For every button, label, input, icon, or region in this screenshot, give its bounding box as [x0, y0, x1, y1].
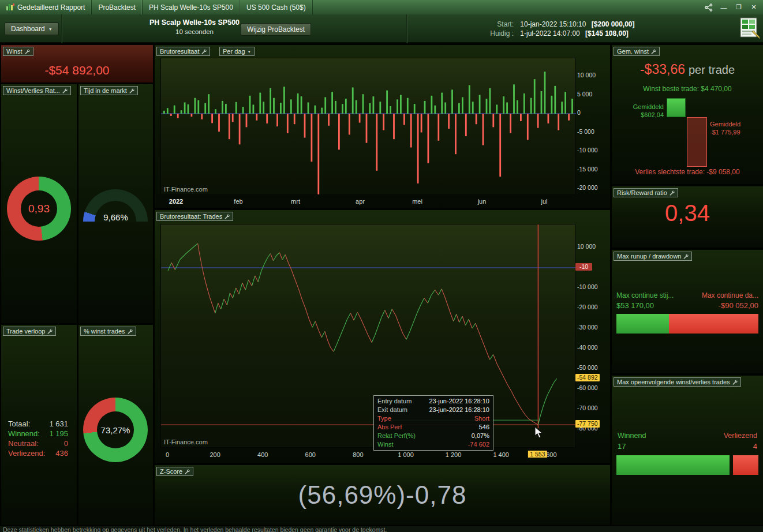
gem-winst-value: -$33,66per trade [612, 62, 763, 77]
report-icon[interactable] [740, 17, 761, 42]
axis-tick: -10 000 [577, 283, 598, 291]
axis-tick: 400 [257, 451, 268, 458]
tab-label: Gedetailleerd Rapport [17, 3, 85, 12]
wrench-icon [651, 49, 656, 54]
best-trade-label: Winst beste trade: $4 470,00 [612, 85, 763, 93]
wrench-icon [62, 88, 68, 93]
axis-tick: 1 553 [528, 451, 547, 458]
bruto-dag-xaxis: 2022febmrtaprmeijunjul [160, 196, 575, 208]
panel-max-opeenvolgende: Max opeenvolgende winst/verlies trades W… [612, 376, 763, 525]
avg-win-label: Gemiddeld$602,04 [612, 103, 664, 119]
runup-bars [616, 314, 758, 334]
wrench-icon [47, 329, 53, 334]
tab-strategy[interactable]: PH Scalp Welle-10s SP500 [143, 0, 240, 14]
panel-brutoresultaat-dag: Brutoresultaat Per dag ▼ IT-Finance.com … [155, 45, 610, 208]
panel-winst: Winst -$54 892,00 [1, 45, 153, 83]
consec-values: 174 [618, 442, 757, 451]
runup-labels: Max continue stij...Max continue da... [616, 291, 758, 299]
axis-tick: jul [541, 198, 547, 205]
bruto-trades-settings-chip[interactable]: Brutoresultaat: Trades [156, 212, 233, 221]
per-dag-dropdown[interactable]: Per dag ▼ [219, 47, 255, 56]
pct-winst-donut: 73,27% [83, 398, 148, 462]
wrench-icon [128, 329, 133, 334]
panel-max-runup-drawdown: Max runup / drawdown Max continue stij..… [612, 250, 763, 373]
app-window: Gedetailleerd Rapport ProBacktest PH Sca… [0, 0, 763, 532]
dashboard-button[interactable]: Dashboard ▼ [5, 23, 59, 35]
tooltip-row: Exit datum23-jun-2022 16:28:10 [374, 406, 493, 414]
axis-tick: 0 [577, 109, 581, 117]
chevron-down-icon: ▼ [248, 50, 251, 54]
axis-tick: 5 000 [577, 91, 592, 98]
axis-tick: feb [234, 198, 242, 205]
axis-tick: -10 [575, 263, 592, 271]
axis-tick: 800 [353, 451, 363, 458]
session-start-row: Start: 10-jan-2022 15:10:10 [$200 000,00… [483, 20, 635, 29]
pct-winst-value: 73,27% [83, 398, 148, 462]
tab-gedetailleerd-rapport[interactable]: Gedetailleerd Rapport [0, 0, 92, 14]
tijd-value: 9,66% [78, 212, 153, 222]
max-consec-settings-chip[interactable]: Max opeenvolgende winst/verlies trades [614, 377, 741, 387]
mouse-cursor [534, 426, 543, 441]
tijd-settings-chip[interactable]: Tijd in de markt [80, 86, 138, 95]
panel-tijd-in-de-markt: Tijd in de markt 9,66% [78, 84, 153, 323]
wijzig-probacktest-button[interactable]: Wijzig ProBacktest [241, 23, 311, 36]
minimize-icon[interactable]: — [719, 3, 728, 12]
trade-verloop-settings-chip[interactable]: Trade verloop [3, 327, 56, 336]
consec-labels: WinnendVerliezend [618, 432, 757, 440]
wl-ratio-value: 0,93 [7, 177, 71, 241]
watermark: IT-Finance.com [164, 439, 208, 445]
axis-tick: -77 750 [575, 420, 600, 428]
chevron-down-icon: ▼ [48, 27, 53, 31]
panel-wl-ratio: Winst/Verlies Rat... 0,93 [1, 84, 77, 323]
consec-loss-bar [733, 455, 758, 475]
axis-tick: -20 000 [577, 184, 598, 192]
axis-tick: 2022 [169, 198, 183, 205]
panel-zscore: Z-Score (56,69%)-0,78 [155, 465, 610, 525]
axis-tick: 1 200 [446, 451, 462, 458]
axis-tick: mei [412, 198, 422, 205]
risk-reward-value: 0,34 [612, 200, 763, 226]
toolbar-separator [406, 14, 407, 43]
axis-tick: jun [478, 198, 487, 205]
pct-winst-settings-chip[interactable]: % winst trades [80, 327, 136, 336]
avg-loss-bar [687, 117, 707, 167]
consec-bars [616, 455, 758, 475]
axis-tick: 10 000 [577, 243, 596, 250]
winst-settings-chip[interactable]: Winst [3, 47, 33, 56]
session-info: Start: 10-jan-2022 15:10:10 [$200 000,00… [483, 20, 635, 38]
zscore-settings-chip[interactable]: Z-Score [156, 467, 193, 476]
risk-reward-settings-chip[interactable]: Risk/Reward ratio [614, 188, 678, 197]
stat-totaal: Totaal:1 631 [1, 419, 77, 429]
share-icon[interactable] [704, 3, 713, 12]
tooltip-row: Entry datum23-jun-2022 16:28:10 [374, 397, 493, 406]
close-icon[interactable]: ✕ [749, 3, 758, 12]
max-runup-settings-chip[interactable]: Max runup / drawdown [614, 252, 692, 261]
axis-tick: 1 400 [493, 451, 509, 458]
axis-tick: 0 [166, 451, 169, 458]
bruto-dag-chart[interactable]: IT-Finance.com [160, 58, 575, 195]
panel-risk-reward: Risk/Reward ratio 0,34 [612, 186, 763, 248]
axis-tick: -50 000 [577, 364, 598, 372]
tooltip-row: Relat Perf(%)0,07% [374, 432, 493, 440]
axis-tick: 600 [305, 451, 316, 458]
tab-probacktest[interactable]: ProBacktest [92, 0, 143, 14]
wl-ratio-settings-chip[interactable]: Winst/Verlies Rat... [3, 86, 71, 95]
toolbar: Dashboard ▼ PH Scalp Welle-10s SP500 10 … [0, 14, 763, 43]
bruto-dag-settings-chip[interactable]: Brutoresultaat [156, 47, 210, 56]
bruto-trades-chart[interactable]: IT-Finance.com [160, 224, 575, 448]
axis-tick: -5 000 [577, 128, 594, 136]
maximize-icon[interactable]: ❐ [734, 3, 743, 12]
winst-value: -$54 892,00 [1, 63, 153, 77]
axis-tick: -40 000 [577, 344, 598, 351]
bruto-trades-xaxis: 02004006008001 0001 2001 4001 6001 553 [160, 449, 575, 461]
runup-values: $53 170,00-$90 052,00 [616, 301, 758, 310]
axis-tick: 1 000 [398, 451, 414, 458]
tab-instrument[interactable]: US 500 Cash (50$) [240, 0, 313, 14]
wrench-icon [201, 49, 207, 54]
zscore-value: (56,69%)-0,78 [155, 465, 610, 525]
bruto-dag-yaxis: 10 0005 0000-5 000-10 000-15 000-20 000 [574, 45, 609, 208]
axis-tick: -70 000 [577, 404, 598, 412]
bruto-trades-yaxis: 10 000-10 000-20 000-30 000-40 000-50 00… [574, 210, 609, 463]
avg-loss-label: Gemiddeld-$1 775,99 [710, 120, 740, 136]
gem-winst-settings-chip[interactable]: Gem. winst [614, 47, 660, 56]
